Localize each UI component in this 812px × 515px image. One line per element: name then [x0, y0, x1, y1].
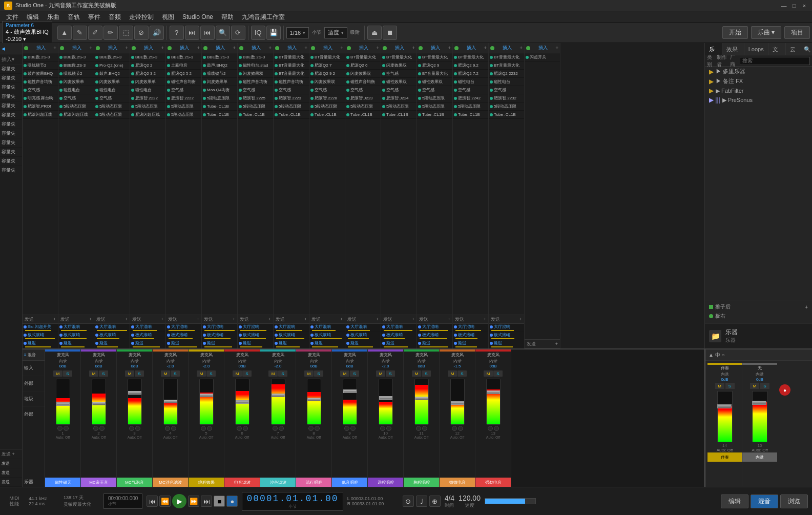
insert-item[interactable]: 空气感 — [94, 94, 130, 102]
insert-item[interactable]: BBE数.2S-3 — [238, 53, 273, 61]
insert-item[interactable]: 鼓声.BHQ2 — [94, 70, 130, 78]
browse-view-button[interactable]: 浏览 — [780, 495, 808, 508]
master-ch14-label-bar[interactable]: 伴奏 — [707, 452, 742, 462]
menu-help[interactable]: 帮助 — [217, 11, 238, 23]
send-item[interactable]: 板式滚峭 — [489, 332, 524, 340]
insert-item[interactable]: 5段动态压限 — [94, 102, 130, 111]
insert-item[interactable]: 5段动态压限 — [94, 111, 130, 119]
mix-fader-track[interactable] — [56, 379, 70, 425]
insert-item[interactable]: 空气感 — [238, 86, 273, 94]
mix-m-button[interactable]: M — [376, 370, 385, 377]
fast-forward-end-button[interactable]: ⏭ — [201, 496, 212, 507]
mix-s-button[interactable]: S — [314, 370, 323, 377]
insert-item[interactable]: 肥滚Q2 9.2 — [453, 61, 488, 70]
add-send-button[interactable]: + — [555, 341, 558, 346]
master-ch15-fader-thumb[interactable] — [752, 401, 766, 405]
metronome-button[interactable]: ⏏ — [367, 26, 382, 40]
insert-item[interactable]: 鼓声效果BHQ — [23, 70, 58, 78]
mix-s-button[interactable]: S — [206, 370, 216, 377]
send-item[interactable]: 板式滚峭 — [238, 332, 273, 340]
insert-item[interactable]: BT音量最大化 — [274, 53, 309, 61]
insert-item[interactable]: 肥滚闪超压线 — [58, 111, 94, 119]
mix-ch-label-bar[interactable]: 微微电音 — [440, 478, 475, 487]
mix-m-button[interactable]: M — [412, 370, 421, 377]
mix-ch-label-bar[interactable]: 磁性磁天 — [45, 478, 80, 487]
song-button[interactable]: 乐曲 ▾ — [751, 26, 781, 39]
post-fader-row[interactable]: 推子后 + — [707, 302, 810, 312]
insert-item[interactable]: 肥滚智.2223 — [274, 94, 309, 102]
search-input[interactable] — [740, 57, 810, 65]
send-item[interactable]: 板式滚峭 — [309, 332, 345, 340]
insert-item[interactable]: 5段动态压限 — [345, 102, 381, 111]
insert-item[interactable]: BBE数.2S-3 — [58, 53, 94, 61]
add-send-button[interactable]: + — [412, 317, 414, 322]
mix-fader-thumb[interactable] — [272, 394, 285, 397]
insert-item[interactable]: 磁性声音均衡 — [345, 78, 381, 86]
insert-item[interactable]: Maa.Q4均衡 — [202, 86, 237, 94]
ch-insert-add[interactable]: + — [519, 45, 523, 51]
insert-item[interactable]: 磁性声音均衡 — [23, 78, 58, 86]
click-button[interactable]: ⏹ — [383, 26, 397, 40]
insert-item[interactable]: 5段动态压限 — [489, 102, 524, 111]
rewind-button[interactable]: ⏮ — [147, 496, 158, 507]
insert-item[interactable]: 肥滚Q2 5 2 — [166, 70, 201, 78]
insert-item[interactable]: 鼓声.BHQ2 — [202, 61, 237, 70]
add-send-button[interactable]: + — [376, 317, 379, 322]
insert-item[interactable]: 5段动态压限 — [58, 102, 94, 111]
record-arm-button[interactable]: ● — [226, 496, 238, 507]
mix-fader-track[interactable] — [271, 379, 285, 425]
mix-s-button[interactable]: S — [422, 370, 431, 377]
inst-category-backupfx[interactable]: ▶ ▶ 备注 FX — [705, 76, 812, 86]
insert-item[interactable]: BT音量最大化 — [381, 53, 417, 61]
mix-fader-track[interactable] — [343, 379, 357, 425]
insert-item[interactable]: 噪线锁节2 — [58, 70, 94, 78]
mix-s-button[interactable]: S — [386, 370, 395, 377]
insert-item[interactable]: BT音量最大化 — [345, 53, 381, 61]
ch-insert-add[interactable]: + — [197, 45, 200, 51]
insert-item[interactable]: 磁性电台 — [453, 78, 488, 86]
insert-item[interactable]: 肥滚智.J223 — [345, 94, 381, 102]
insert-item[interactable]: 5段动态压限 — [202, 94, 237, 102]
master-ch14-fader-thumb[interactable] — [717, 404, 732, 408]
send-item[interactable]: 板式滚峭 — [58, 332, 94, 340]
add-send-button[interactable]: + — [161, 317, 163, 322]
insert-item[interactable]: Tube-.CL1B — [309, 111, 345, 119]
insert-item[interactable]: 闪超开关 — [525, 53, 560, 61]
insert-item[interactable]: 磁性电台 — [489, 78, 524, 86]
ch-insert-add[interactable]: + — [376, 45, 379, 51]
ch-insert-add[interactable]: + — [233, 45, 236, 51]
send-item[interactable]: 延迟 — [58, 340, 94, 348]
insert-item[interactable]: 磁性电台 — [58, 86, 94, 94]
mixer-label-instrument[interactable]: 乐器 — [23, 422, 45, 487]
send-item[interactable]: 大厅混响 — [94, 324, 130, 332]
ch-insert-add[interactable]: + — [555, 45, 558, 51]
record-stop-button[interactable]: ■ — [214, 496, 225, 507]
skip-back-button[interactable]: ⏮ — [200, 26, 215, 40]
menu-event[interactable]: 事件 — [84, 11, 105, 23]
inst-category-fabfilter[interactable]: ▶ ▶ FabFilter — [705, 86, 812, 95]
zoom-button[interactable]: 🔍 — [216, 26, 230, 40]
send-item[interactable]: 延迟 — [489, 340, 524, 348]
send-item[interactable]: 板式滚峭 — [202, 332, 237, 340]
close-button[interactable]: × — [801, 2, 808, 9]
split-tool-button[interactable]: ⬚ — [119, 26, 133, 40]
add-send-button[interactable]: + — [125, 317, 128, 322]
disk-button[interactable]: 💾 — [266, 26, 281, 40]
add-send-button[interactable]: + — [53, 317, 56, 322]
send-item[interactable]: 大厅混响 — [489, 324, 524, 332]
send-item[interactable]: 大厅混响 — [130, 324, 165, 332]
add-post-fader-button[interactable]: + — [805, 304, 808, 310]
tab-cloud[interactable]: 云 ▾ — [786, 43, 803, 55]
ch-insert-add[interactable]: + — [89, 45, 92, 51]
insert-item[interactable]: 空气感 — [166, 86, 201, 94]
insert-item[interactable]: 5段动态压限 — [309, 102, 345, 111]
mix-fader-track[interactable] — [199, 379, 214, 425]
add-send-button[interactable]: + — [304, 317, 307, 322]
erase-tool-button[interactable]: ✐ — [88, 26, 102, 40]
snap-dropdown[interactable]: 适度 ▾ — [324, 27, 347, 38]
insert-item[interactable]: BT音量最大化 — [309, 53, 345, 61]
mute-tool-button[interactable]: ⊘ — [134, 26, 149, 40]
insert-item[interactable]: BT音量最大化 — [274, 61, 309, 70]
master-m-btn2[interactable]: M — [750, 383, 759, 389]
insert-item[interactable]: 5段动态压限 — [166, 111, 201, 119]
